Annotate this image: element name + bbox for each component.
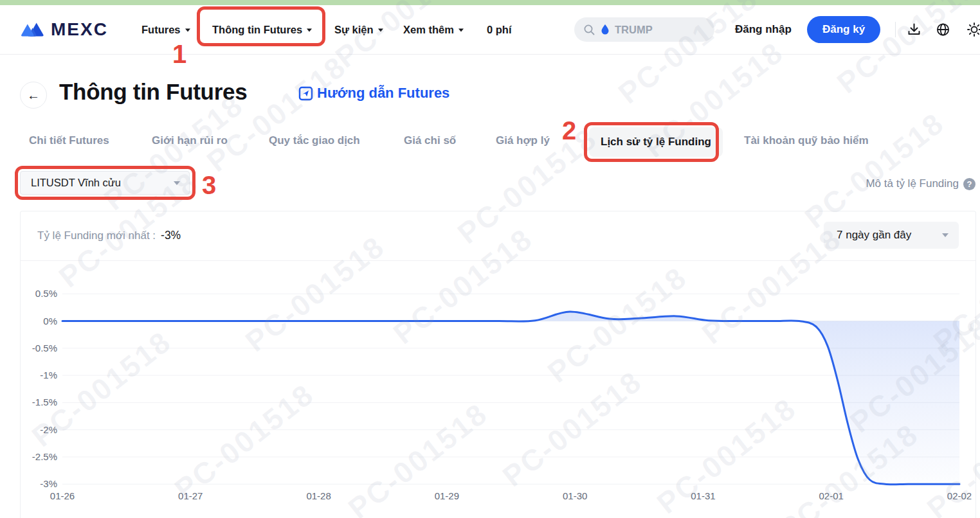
mexc-logo[interactable]: MEXC: [19, 19, 108, 40]
tab-quy-tac-giao-dich[interactable]: Quy tắc giao dịch: [269, 134, 360, 147]
y-axis-label: 0.5%: [35, 288, 57, 299]
search-icon: [583, 24, 595, 36]
tab-tai-khoan-quy-bao-hiem[interactable]: Tài khoản quỹ bảo hiểm: [744, 134, 869, 147]
nav-events[interactable]: Sự kiện: [334, 24, 383, 36]
futures-guide-link[interactable]: Hướng dẫn Futures: [298, 85, 449, 102]
tab-gioi-han-rui-ro[interactable]: Giới hạn rủi ro: [152, 134, 228, 147]
brand-wordmark: MEXC: [51, 19, 108, 40]
nav-divider: [895, 22, 896, 37]
language-globe-icon[interactable]: [936, 22, 950, 37]
nav-zero-fee[interactable]: 0 phí: [487, 24, 512, 36]
y-axis-label: -2.5%: [32, 451, 57, 462]
mexc-logo-icon: [19, 21, 45, 39]
y-axis-label: -0.5%: [32, 343, 57, 353]
chevron-down-icon: [307, 29, 312, 32]
latest-funding-value: -3%: [161, 229, 181, 242]
funding-area-fill: [62, 312, 959, 485]
tab-gia-hop-ly[interactable]: Giá hợp lý: [496, 134, 550, 147]
x-axis-label: 01-26: [50, 490, 75, 501]
funding-rate-description-link[interactable]: Mô tả tỷ lệ Funding: [866, 177, 975, 190]
x-axis-label: 02-01: [819, 490, 844, 501]
x-axis-label: 02-02: [947, 490, 972, 501]
y-axis-label: -2%: [40, 424, 57, 435]
tab-lich-su-ty-le-funding[interactable]: Lịch sử tỷ lệ Funding: [589, 127, 723, 157]
y-axis-label: 0%: [43, 316, 57, 326]
page-title: Thông tin Futures: [59, 79, 247, 105]
funding-rate-line: [62, 312, 959, 485]
funding-history-panel: 0.5%0%-0.5%-1%-1.5%-2%-2.5%-3%01-2601-27…: [20, 211, 976, 518]
theme-toggle-icon[interactable]: [966, 21, 980, 38]
nav-futures[interactable]: Futures: [141, 24, 190, 36]
panel-header: Tỷ lệ Funding mới nhất : -3% 7 ngày gần …: [21, 211, 975, 261]
chevron-down-icon: [942, 233, 948, 237]
y-axis-label: -1.5%: [32, 397, 57, 407]
nav-futures-info[interactable]: Thông tin Futures: [212, 24, 312, 36]
period-selector-dropdown[interactable]: 7 ngày gần đây: [824, 222, 959, 249]
nav-more[interactable]: Xem thêm: [403, 24, 464, 36]
guide-book-icon: [298, 86, 313, 101]
tab-gia-chi-so[interactable]: Giá chỉ số: [404, 134, 456, 147]
signup-button[interactable]: Đăng ký: [807, 16, 880, 43]
x-axis-label: 01-28: [306, 490, 331, 501]
navbar: MEXC Futures Thông tin Futures Sự kiện X…: [0, 5, 980, 55]
x-axis-label: 01-29: [435, 490, 459, 501]
login-button[interactable]: Đăng nhập: [735, 23, 792, 36]
tab-chi-tiet-futures[interactable]: Chi tiết Futures: [29, 134, 109, 147]
x-axis-label: 01-27: [178, 490, 203, 501]
x-axis-label: 01-30: [563, 490, 587, 501]
y-axis-label: -1%: [40, 370, 57, 380]
download-app-icon[interactable]: [907, 22, 921, 37]
y-axis-label: -3%: [40, 478, 57, 489]
chevron-down-icon: [458, 29, 464, 32]
pair-selector-dropdown[interactable]: LITUSDT Vĩnh cửu: [20, 171, 190, 195]
chevron-down-icon: [174, 181, 180, 185]
latest-funding-label: Tỷ lệ Funding mới nhất :: [37, 229, 156, 242]
droplet-icon: [601, 24, 610, 35]
search-placeholder: TRUMP: [615, 24, 653, 36]
help-question-icon[interactable]: [963, 178, 975, 190]
back-button[interactable]: [20, 82, 47, 109]
latest-funding-row: Tỷ lệ Funding mới nhất : -3%: [37, 229, 181, 242]
x-axis-label: 01-31: [691, 490, 715, 501]
chevron-down-icon: [185, 29, 190, 32]
chevron-down-icon: [378, 29, 383, 32]
search-input[interactable]: TRUMP: [574, 17, 714, 42]
